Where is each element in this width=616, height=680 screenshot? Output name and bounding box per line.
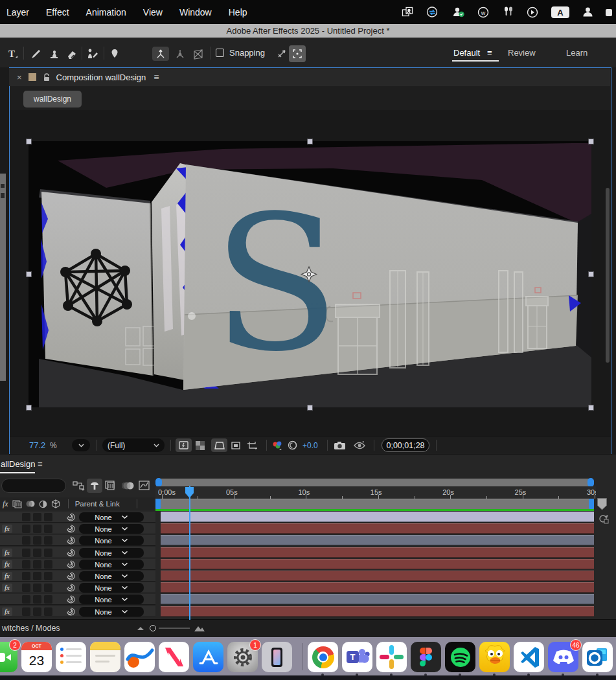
dock-icon-notes[interactable] <box>90 642 120 672</box>
fx-badge[interactable]: fx <box>2 549 12 557</box>
switch-box[interactable] <box>33 584 41 592</box>
time-ruler[interactable]: 0:00s05s10s15s20s25s30s <box>155 486 596 499</box>
frame-blending-icon[interactable] <box>105 481 117 490</box>
teams-status-icon[interactable] <box>452 6 465 17</box>
pickwhip-icon[interactable] <box>66 548 76 558</box>
photos-icon[interactable] <box>402 6 413 17</box>
switch-box[interactable] <box>44 525 52 533</box>
snapping-checkbox[interactable] <box>216 49 224 57</box>
switch-box[interactable] <box>22 560 30 569</box>
show-snapshot-icon[interactable] <box>354 436 365 454</box>
parent-dropdown[interactable]: None <box>79 571 144 581</box>
resolution-dropdown[interactable]: (Full) <box>102 438 165 452</box>
workspace-tab-learn[interactable]: Learn <box>566 48 587 58</box>
switch-box[interactable] <box>22 513 30 521</box>
selection-handle[interactable] <box>588 271 594 277</box>
switch-box[interactable] <box>44 595 52 604</box>
selection-handle[interactable] <box>26 139 32 144</box>
parent-dropdown[interactable]: None <box>79 560 144 569</box>
timecode-field[interactable]: 0;00;01;28 <box>382 438 429 452</box>
workspace-tab-default[interactable]: Default <box>453 48 480 58</box>
layer-track-bar[interactable] <box>161 606 594 617</box>
switch-box[interactable] <box>33 595 41 604</box>
crop-region-button[interactable] <box>247 436 258 454</box>
layer-track-bar[interactable] <box>161 582 594 593</box>
play-circle-icon[interactable] <box>527 6 538 18</box>
pickwhip-icon[interactable] <box>66 595 76 604</box>
eraser-tool[interactable] <box>63 47 80 61</box>
selection-handle[interactable] <box>307 405 313 411</box>
dock-icon-app-store[interactable] <box>193 642 223 672</box>
timeline-layer-row[interactable]: fxNone <box>0 606 616 618</box>
parent-dropdown[interactable]: None <box>79 512 144 522</box>
switch-box[interactable] <box>44 560 52 569</box>
switch-box[interactable] <box>44 607 52 616</box>
switch-box[interactable] <box>22 549 30 557</box>
switches-modes-toggle[interactable]: witches / Modes <box>2 624 60 633</box>
channel-select-button[interactable] <box>271 436 283 454</box>
dock-icon-calendar[interactable]: OCT23 <box>21 642 52 672</box>
parent-dropdown[interactable]: None <box>79 595 144 604</box>
zoom-out-mountain-icon[interactable] <box>137 626 144 631</box>
comp-flowchart-icon[interactable] <box>73 481 86 491</box>
switch-box[interactable] <box>44 549 52 557</box>
exposure-reset-icon[interactable] <box>288 436 297 454</box>
type-tool[interactable]: T <box>4 47 21 61</box>
composition-tab-title[interactable]: Composition wallDesign <box>56 73 146 82</box>
frame-blend-column-icon[interactable] <box>12 500 22 508</box>
fx-badge[interactable]: fx <box>2 607 12 616</box>
fx-badge[interactable]: fx <box>2 584 12 592</box>
layer-track-bar[interactable] <box>161 512 594 522</box>
switch-box[interactable] <box>33 607 41 616</box>
comp-marker-bin-icon[interactable] <box>597 497 608 510</box>
timeline-layer-row[interactable]: fxNone <box>0 582 616 594</box>
region-of-interest-button[interactable] <box>176 438 192 452</box>
user-icon[interactable] <box>582 6 593 17</box>
timeline-layer-row[interactable]: None <box>0 512 616 523</box>
selection-handle[interactable] <box>307 139 313 144</box>
timeline-search-input[interactable] <box>1 479 66 493</box>
dock-icon-cyberduck[interactable] <box>479 642 510 672</box>
switch-box[interactable] <box>33 560 41 569</box>
timeline-layer-row[interactable]: None <box>0 594 616 606</box>
pickwhip-icon[interactable] <box>66 524 76 534</box>
magnification-dropdown[interactable] <box>72 439 90 451</box>
switch-box[interactable] <box>44 572 52 580</box>
graph-editor-icon[interactable] <box>139 481 150 490</box>
adjustment-layer-column-icon[interactable] <box>39 500 47 508</box>
parent-dropdown[interactable]: None <box>79 524 144 534</box>
layer-track-bar[interactable] <box>161 559 594 569</box>
mask-visibility-button[interactable] <box>211 438 227 452</box>
comp-mini-flowchart-button[interactable]: wallDesign <box>23 91 82 108</box>
creative-cloud-icon[interactable] <box>426 6 440 17</box>
selection-handle[interactable] <box>588 139 594 144</box>
parent-dropdown[interactable]: None <box>79 536 144 545</box>
switch-box[interactable] <box>33 572 41 580</box>
menu-item-view[interactable]: View <box>143 7 163 17</box>
fx-column-icon[interactable]: fx <box>3 499 8 509</box>
time-navigator-bar[interactable] <box>155 479 594 486</box>
brush-tool[interactable] <box>27 47 44 61</box>
motion-blur-column-icon[interactable] <box>25 500 36 508</box>
navigator-end-handle[interactable] <box>587 478 594 487</box>
snap-cursor-icon[interactable] <box>273 47 290 61</box>
timeline-layer-row[interactable]: fxNone <box>0 559 616 571</box>
snap-options-button[interactable] <box>289 45 306 62</box>
parent-link-header[interactable]: Parent & Link <box>75 500 120 508</box>
dock-icon-vscode[interactable] <box>514 642 544 672</box>
dock-icon-slack[interactable] <box>376 642 407 672</box>
panel-menu-icon[interactable]: ≡ <box>154 72 159 82</box>
fx-badge[interactable]: fx <box>2 560 12 569</box>
pickwhip-icon[interactable] <box>66 512 76 522</box>
workspace-tab-review[interactable]: Review <box>508 48 536 58</box>
selection-handle[interactable] <box>588 405 594 411</box>
timeline-tab[interactable]: allDesign ≡ <box>0 456 45 473</box>
axis-mode-view-button[interactable] <box>190 47 207 61</box>
parent-dropdown[interactable]: None <box>79 548 144 558</box>
snapshot-camera-icon[interactable] <box>334 436 346 454</box>
dock-icon-outlook[interactable] <box>582 642 613 672</box>
fx-badge[interactable]: fx <box>2 572 12 580</box>
timeline-zoom-knob[interactable] <box>150 625 156 631</box>
draft-3d-button[interactable] <box>87 479 102 493</box>
switch-box[interactable] <box>44 536 52 545</box>
